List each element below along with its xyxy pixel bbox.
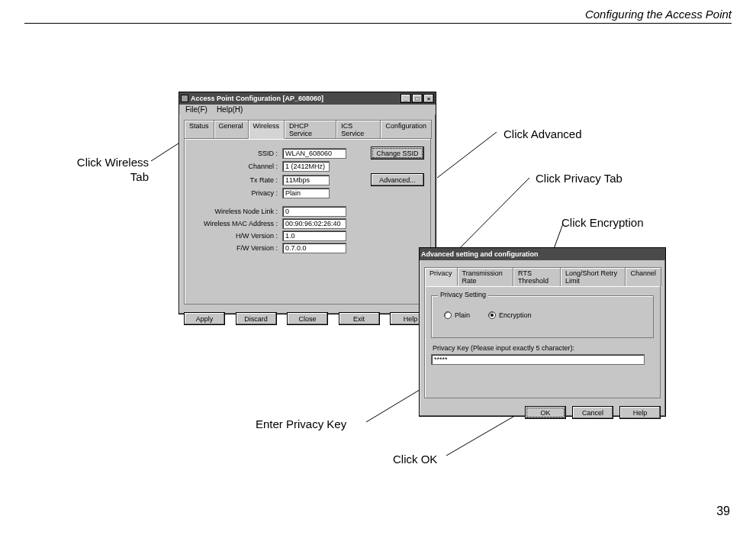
maximize-button[interactable]: □ bbox=[412, 94, 423, 103]
channel-field[interactable]: 1 (2412MHz) bbox=[282, 161, 330, 172]
tab-status[interactable]: Status bbox=[184, 120, 214, 139]
radio-encryption-label: Encryption bbox=[499, 311, 532, 319]
tab-ics[interactable]: ICS Service bbox=[336, 120, 381, 139]
change-ssid-button[interactable]: Change SSID bbox=[371, 147, 424, 160]
fw-label: F/W Version : bbox=[191, 244, 282, 252]
tab-channel[interactable]: Channel bbox=[625, 267, 661, 286]
discard-button[interactable]: Discard bbox=[236, 312, 277, 325]
callout-privacy-tab: Click Privacy Tab bbox=[536, 172, 622, 185]
nodelink-field: 0 bbox=[282, 206, 346, 217]
close-button-bottom[interactable]: Close bbox=[287, 312, 328, 325]
apply-button[interactable]: Apply bbox=[184, 312, 225, 325]
ssid-label: SSID : bbox=[191, 150, 282, 157]
hw-field: 1.0 bbox=[282, 230, 346, 241]
tab-transmission-rate[interactable]: Transmission Rate bbox=[457, 267, 514, 286]
privacy-key-label: Privacy Key (Please input exactly 5 char… bbox=[433, 344, 654, 352]
tab-configuration[interactable]: Configuration bbox=[380, 120, 432, 139]
privacy-label: Privacy : bbox=[191, 189, 282, 197]
tab-rts-threshold[interactable]: RTS Threshold bbox=[513, 267, 561, 286]
privacy-group-legend: Privacy Setting bbox=[438, 291, 488, 298]
svg-line-1 bbox=[437, 132, 497, 178]
wireless-panel: SSID : WLAN_608060 Change SSID Channel :… bbox=[184, 138, 431, 305]
main-titlebar[interactable]: Access Point Configuration [AP_608060] _… bbox=[179, 92, 436, 105]
menu-file[interactable]: File(F) bbox=[182, 105, 211, 114]
txrate-field[interactable]: 11Mbps bbox=[282, 175, 330, 185]
adv-button-row: OK Cancel Help bbox=[420, 403, 665, 424]
privacy-setting-group: Privacy Setting Plain Encryption bbox=[431, 295, 654, 338]
main-window: Access Point Configuration [AP_608060] _… bbox=[179, 92, 436, 314]
tab-retry-limit[interactable]: Long/Short Retry Limit bbox=[560, 267, 626, 286]
radio-encryption[interactable]: Encryption bbox=[488, 311, 532, 319]
minimize-button[interactable]: _ bbox=[401, 94, 411, 103]
close-button[interactable]: × bbox=[423, 94, 434, 103]
advanced-button[interactable]: Advanced... bbox=[371, 173, 424, 186]
callout-ok: Click OK bbox=[393, 453, 437, 466]
main-tabstrip: Status General Wireless DHCP Service ICS… bbox=[184, 119, 431, 138]
radio-plain-label: Plain bbox=[455, 311, 470, 319]
radio-plain[interactable]: Plain bbox=[444, 311, 470, 319]
main-window-title: Access Point Configuration [AP_608060] bbox=[191, 95, 323, 102]
callout-encryption: Click Encryption bbox=[561, 216, 644, 229]
channel-label: Channel : bbox=[191, 163, 282, 170]
menubar: File(F) Help(H) bbox=[179, 105, 436, 114]
hw-label: H/W Version : bbox=[191, 232, 282, 240]
callout-advanced: Click Advanced bbox=[503, 127, 582, 140]
callout-privacy-key: Enter Privacy Key bbox=[256, 417, 346, 430]
main-button-row: Apply Discard Close Exit Help bbox=[179, 309, 436, 330]
advanced-window: Advanced setting and configuration Priva… bbox=[419, 247, 666, 417]
exit-button[interactable]: Exit bbox=[339, 312, 380, 325]
page-header-title: Configuring the Access Point bbox=[585, 8, 732, 21]
privacy-field: Plain bbox=[282, 188, 330, 198]
adv-tabstrip: Privacy Transmission Rate RTS Threshold … bbox=[424, 266, 661, 285]
mac-label: Wireless MAC Address : bbox=[191, 220, 282, 227]
radio-encryption-circle bbox=[488, 311, 496, 319]
tab-privacy[interactable]: Privacy bbox=[424, 267, 458, 286]
tab-dhcp[interactable]: DHCP Service bbox=[284, 120, 336, 139]
privacy-key-input[interactable]: ***** bbox=[431, 354, 645, 365]
privacy-panel: Privacy Setting Plain Encryption Privacy… bbox=[424, 285, 661, 398]
menu-help[interactable]: Help(H) bbox=[214, 105, 246, 114]
app-icon bbox=[181, 95, 188, 102]
fw-field: 0.7.0.0 bbox=[282, 243, 346, 253]
ssid-field[interactable]: WLAN_608060 bbox=[282, 148, 346, 159]
tab-general[interactable]: General bbox=[214, 120, 249, 139]
ok-button[interactable]: OK bbox=[525, 406, 566, 419]
adv-titlebar[interactable]: Advanced setting and configuration bbox=[420, 248, 665, 260]
cancel-button[interactable]: Cancel bbox=[572, 406, 613, 419]
page-number: 39 bbox=[716, 504, 730, 518]
nodelink-label: Wireless Node Link : bbox=[191, 208, 282, 215]
header-rule bbox=[24, 23, 732, 24]
help-button-adv[interactable]: Help bbox=[619, 406, 661, 419]
txrate-label: Tx Rate : bbox=[191, 176, 282, 184]
mac-field: 00:90:96:02:26:40 bbox=[282, 218, 346, 229]
tab-wireless[interactable]: Wireless bbox=[248, 120, 285, 139]
radio-plain-circle bbox=[444, 311, 452, 319]
adv-window-title: Advanced setting and configuration bbox=[421, 250, 539, 258]
leader-advanced bbox=[437, 132, 506, 182]
callout-wireless-tab: Click Wireless Tab bbox=[65, 156, 149, 185]
